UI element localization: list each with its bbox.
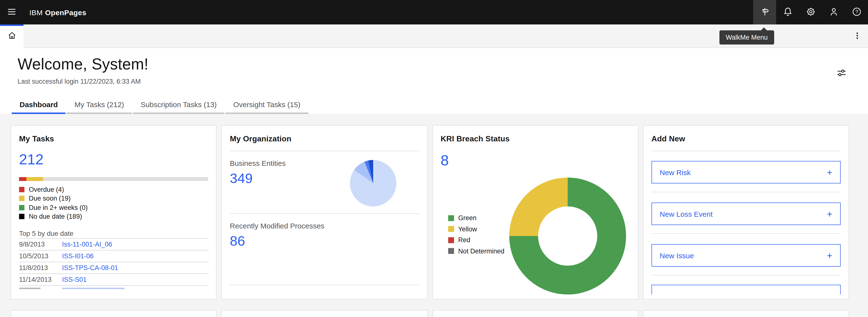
kri-breach-status-card: KRI Breach Status 8 Green Yellow Red Not… [432,125,638,299]
task-link[interactable]: ISS-TPS-CA-08-01 [62,264,118,271]
due-date-cell: 11/8/2013 [19,264,62,271]
openpages-app: IBM OpenPages [0,0,868,317]
walkme-menu-tooltip: WalkMe Menu [719,30,774,45]
due-date-cell: 11/14/2013 [19,276,62,283]
kri-breach-count: 8 [441,153,630,168]
clipped-date-fragment [19,288,40,289]
due-date-cell: 10/5/2013 [19,253,62,260]
legend-swatch-red [19,187,25,192]
legend-swatch-green [448,215,454,221]
task-link[interactable]: ISS-I01-06 [62,253,94,260]
welcome-section: Welcome, System! Last successful login 1… [0,48,868,114]
new-risk-label: New Risk [660,168,691,176]
user-icon [829,7,838,18]
help-icon: ? [851,7,861,18]
new-item-button-partial[interactable] [651,285,841,294]
table-row: 9/8/2013 Iss-11-001-AI_06 [19,238,209,250]
top5-table: 9/8/2013 Iss-11-001-AI_06 10/5/2013 ISS-… [19,238,209,290]
legend-swatch-black [19,214,25,220]
divider [230,285,419,285]
tab-my-tasks[interactable]: My Tasks (212) [67,96,132,114]
plus-icon: + [827,251,832,260]
legend-item: Overdue (4) [19,185,209,194]
legend-label: No due date (189) [29,213,82,221]
brand-prefix: IBM [29,8,43,17]
new-risk-button[interactable]: New Risk + [651,161,841,183]
legend-swatch-gray [448,248,454,254]
table-row: 11/14/2013 ISS-S01 [19,273,209,285]
new-issue-button[interactable]: New Issue + [651,244,841,267]
tab-subscription-tasks[interactable]: Subscription Tasks (13) [133,96,224,114]
legend-label: Not Determined [458,247,504,255]
header-spacer [86,0,753,25]
gear-icon [806,7,815,18]
card-partial [11,310,217,317]
page-title: Welcome, System! [18,55,868,74]
divider [230,151,419,151]
card-title: Add New [651,135,841,143]
divider [230,213,419,214]
legend-item: Due soon (19) [19,194,209,203]
legend-label: Overdue (4) [29,186,64,193]
plus-icon: + [827,209,832,219]
new-issue-label: New Issue [660,251,694,260]
tooltip-caret [761,27,767,31]
dashboard-filter-button[interactable] [836,67,847,79]
bell-icon [783,7,793,18]
top5-heading: Top 5 by due date [19,229,209,237]
home-tab[interactable] [0,25,24,48]
recently-modified-count: 86 [230,234,419,248]
my-organization-card: My Organization Business Entities 349 Re… [222,125,428,299]
task-link[interactable]: Iss-11-001-AI_06 [62,241,112,248]
legend-item: Not Determined [448,247,504,255]
divider [651,192,841,192]
brand-name: OpenPages [45,8,87,17]
help-button[interactable]: ? [845,0,868,25]
notifications-button[interactable] [776,0,799,25]
legend-item: No due date (189) [19,212,209,221]
business-entities-pie-chart [350,160,397,206]
settings-button[interactable] [799,0,822,25]
tab-dashboard[interactable]: Dashboard [12,96,66,114]
legend-label: Yellow [458,225,477,233]
legend-item: Green [448,214,504,222]
legend-item: Due in 2+ weeks (0) [19,203,209,212]
hamburger-menu-button[interactable] [0,0,24,25]
svg-text:?: ? [855,8,858,14]
table-row: 10/5/2013 ISS-I01-06 [19,250,209,262]
new-loss-event-button[interactable]: New Loss Event + [651,203,841,225]
tooltip-text: WalkMe Menu [726,34,768,41]
legend-item: Yellow [448,225,504,233]
my-tasks-card: My Tasks 212 Overdue (4) Due soon (19) D… [11,125,217,299]
legend-label: Red [458,236,470,243]
app-brand: IBM OpenPages [29,0,86,25]
divider [651,233,841,234]
header-actions: ? [753,0,868,25]
dashboard-tabs: Dashboard My Tasks (212) Subscription Ta… [12,96,308,114]
due-date-cell: 9/8/2013 [19,241,62,248]
kri-donut-chart [509,178,626,294]
recently-modified-label: Recently Modified Processes [230,222,419,230]
tab-oversight-tasks[interactable]: Oversight Tasks (15) [225,96,308,114]
card-title: KRI Breach Status [441,135,630,143]
table-row-partial [19,285,209,290]
card-partial [432,310,638,317]
second-card-row [11,310,849,317]
dashboard-content: My Tasks 212 Overdue (4) Due soon (19) D… [0,114,868,317]
card-title: My Organization [230,135,419,143]
plus-icon: + [827,168,832,177]
progress-segment-overdue [19,177,26,181]
clipped-button-region [651,285,841,294]
user-profile-button[interactable] [822,0,845,25]
legend-label: Due in 2+ weeks (0) [29,204,88,211]
business-entities-label: Business Entities [230,159,419,167]
card-grid: My Tasks 212 Overdue (4) Due soon (19) D… [11,125,849,299]
tasks-progress-bar [19,177,209,181]
card-partial [222,310,428,317]
task-link[interactable]: ISS-S01 [62,276,87,283]
walkme-menu-button[interactable] [753,0,776,25]
tab-overflow-menu-button[interactable] [851,30,863,42]
my-tasks-count: 212 [19,152,209,167]
hamburger-icon [7,7,17,18]
top-header-bar: IBM OpenPages [0,0,868,25]
